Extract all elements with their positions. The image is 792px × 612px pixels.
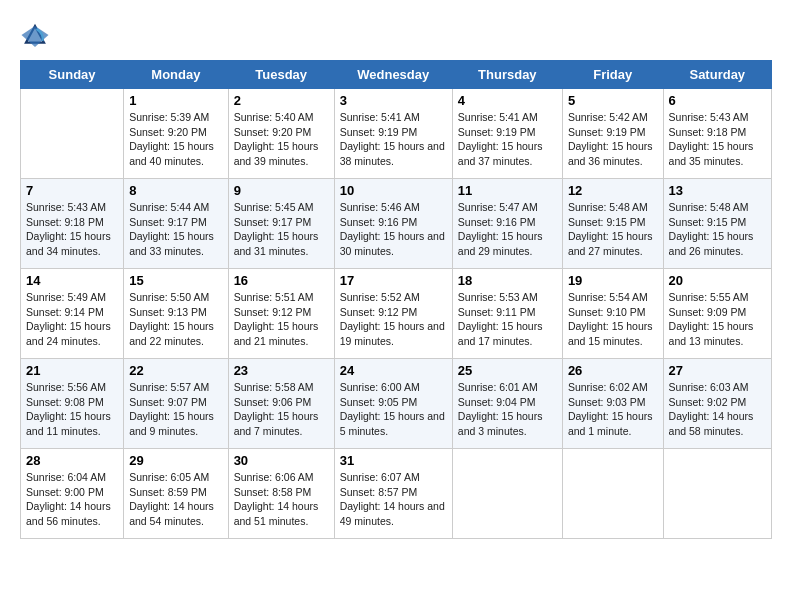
cell-info: Sunrise: 5:50 AMSunset: 9:13 PMDaylight:… bbox=[129, 291, 214, 347]
cell-info: Sunrise: 6:04 AMSunset: 9:00 PMDaylight:… bbox=[26, 471, 111, 527]
day-header-saturday: Saturday bbox=[663, 61, 771, 89]
calendar-cell: 23Sunrise: 5:58 AMSunset: 9:06 PMDayligh… bbox=[228, 359, 334, 449]
calendar-cell: 20Sunrise: 5:55 AMSunset: 9:09 PMDayligh… bbox=[663, 269, 771, 359]
cell-info: Sunrise: 5:44 AMSunset: 9:17 PMDaylight:… bbox=[129, 201, 214, 257]
calendar-cell: 2Sunrise: 5:40 AMSunset: 9:20 PMDaylight… bbox=[228, 89, 334, 179]
cell-info: Sunrise: 5:56 AMSunset: 9:08 PMDaylight:… bbox=[26, 381, 111, 437]
cell-info: Sunrise: 5:42 AMSunset: 9:19 PMDaylight:… bbox=[568, 111, 653, 167]
day-header-wednesday: Wednesday bbox=[334, 61, 452, 89]
day-header-sunday: Sunday bbox=[21, 61, 124, 89]
calendar-cell: 18Sunrise: 5:53 AMSunset: 9:11 PMDayligh… bbox=[452, 269, 562, 359]
calendar-cell: 15Sunrise: 5:50 AMSunset: 9:13 PMDayligh… bbox=[124, 269, 228, 359]
date-number: 26 bbox=[568, 363, 658, 378]
date-number: 2 bbox=[234, 93, 329, 108]
cell-info: Sunrise: 5:39 AMSunset: 9:20 PMDaylight:… bbox=[129, 111, 214, 167]
calendar-cell: 13Sunrise: 5:48 AMSunset: 9:15 PMDayligh… bbox=[663, 179, 771, 269]
date-number: 11 bbox=[458, 183, 557, 198]
date-number: 6 bbox=[669, 93, 766, 108]
date-number: 5 bbox=[568, 93, 658, 108]
week-row-2: 7Sunrise: 5:43 AMSunset: 9:18 PMDaylight… bbox=[21, 179, 772, 269]
svg-marker-2 bbox=[22, 26, 49, 47]
calendar-cell: 4Sunrise: 5:41 AMSunset: 9:19 PMDaylight… bbox=[452, 89, 562, 179]
cell-info: Sunrise: 6:00 AMSunset: 9:05 PMDaylight:… bbox=[340, 381, 445, 437]
day-header-monday: Monday bbox=[124, 61, 228, 89]
cell-info: Sunrise: 5:54 AMSunset: 9:10 PMDaylight:… bbox=[568, 291, 653, 347]
week-row-3: 14Sunrise: 5:49 AMSunset: 9:14 PMDayligh… bbox=[21, 269, 772, 359]
cell-info: Sunrise: 5:48 AMSunset: 9:15 PMDaylight:… bbox=[568, 201, 653, 257]
calendar-cell: 14Sunrise: 5:49 AMSunset: 9:14 PMDayligh… bbox=[21, 269, 124, 359]
calendar-cell: 31Sunrise: 6:07 AMSunset: 8:57 PMDayligh… bbox=[334, 449, 452, 539]
date-number: 16 bbox=[234, 273, 329, 288]
cell-info: Sunrise: 5:58 AMSunset: 9:06 PMDaylight:… bbox=[234, 381, 319, 437]
calendar-cell: 29Sunrise: 6:05 AMSunset: 8:59 PMDayligh… bbox=[124, 449, 228, 539]
date-number: 12 bbox=[568, 183, 658, 198]
cell-info: Sunrise: 5:52 AMSunset: 9:12 PMDaylight:… bbox=[340, 291, 445, 347]
cell-info: Sunrise: 5:51 AMSunset: 9:12 PMDaylight:… bbox=[234, 291, 319, 347]
calendar-cell bbox=[663, 449, 771, 539]
cell-info: Sunrise: 5:47 AMSunset: 9:16 PMDaylight:… bbox=[458, 201, 543, 257]
logo-icon bbox=[20, 20, 50, 50]
date-number: 4 bbox=[458, 93, 557, 108]
cell-info: Sunrise: 5:43 AMSunset: 9:18 PMDaylight:… bbox=[26, 201, 111, 257]
cell-info: Sunrise: 5:55 AMSunset: 9:09 PMDaylight:… bbox=[669, 291, 754, 347]
date-number: 30 bbox=[234, 453, 329, 468]
date-number: 19 bbox=[568, 273, 658, 288]
cell-info: Sunrise: 6:03 AMSunset: 9:02 PMDaylight:… bbox=[669, 381, 754, 437]
calendar-cell: 12Sunrise: 5:48 AMSunset: 9:15 PMDayligh… bbox=[562, 179, 663, 269]
calendar-cell: 21Sunrise: 5:56 AMSunset: 9:08 PMDayligh… bbox=[21, 359, 124, 449]
calendar-cell: 30Sunrise: 6:06 AMSunset: 8:58 PMDayligh… bbox=[228, 449, 334, 539]
cell-info: Sunrise: 5:45 AMSunset: 9:17 PMDaylight:… bbox=[234, 201, 319, 257]
calendar-cell bbox=[21, 89, 124, 179]
calendar-cell: 10Sunrise: 5:46 AMSunset: 9:16 PMDayligh… bbox=[334, 179, 452, 269]
logo bbox=[20, 20, 54, 50]
cell-info: Sunrise: 5:41 AMSunset: 9:19 PMDaylight:… bbox=[340, 111, 445, 167]
calendar-cell: 1Sunrise: 5:39 AMSunset: 9:20 PMDaylight… bbox=[124, 89, 228, 179]
week-row-5: 28Sunrise: 6:04 AMSunset: 9:00 PMDayligh… bbox=[21, 449, 772, 539]
date-number: 14 bbox=[26, 273, 118, 288]
cell-info: Sunrise: 5:43 AMSunset: 9:18 PMDaylight:… bbox=[669, 111, 754, 167]
calendar-cell: 9Sunrise: 5:45 AMSunset: 9:17 PMDaylight… bbox=[228, 179, 334, 269]
date-number: 13 bbox=[669, 183, 766, 198]
calendar-cell: 17Sunrise: 5:52 AMSunset: 9:12 PMDayligh… bbox=[334, 269, 452, 359]
cell-info: Sunrise: 6:01 AMSunset: 9:04 PMDaylight:… bbox=[458, 381, 543, 437]
calendar-cell: 24Sunrise: 6:00 AMSunset: 9:05 PMDayligh… bbox=[334, 359, 452, 449]
cell-info: Sunrise: 5:53 AMSunset: 9:11 PMDaylight:… bbox=[458, 291, 543, 347]
week-row-1: 1Sunrise: 5:39 AMSunset: 9:20 PMDaylight… bbox=[21, 89, 772, 179]
calendar-cell: 26Sunrise: 6:02 AMSunset: 9:03 PMDayligh… bbox=[562, 359, 663, 449]
date-number: 31 bbox=[340, 453, 447, 468]
calendar-cell: 8Sunrise: 5:44 AMSunset: 9:17 PMDaylight… bbox=[124, 179, 228, 269]
header-row: SundayMondayTuesdayWednesdayThursdayFrid… bbox=[21, 61, 772, 89]
calendar-cell: 28Sunrise: 6:04 AMSunset: 9:00 PMDayligh… bbox=[21, 449, 124, 539]
date-number: 21 bbox=[26, 363, 118, 378]
cell-info: Sunrise: 5:40 AMSunset: 9:20 PMDaylight:… bbox=[234, 111, 319, 167]
cell-info: Sunrise: 5:57 AMSunset: 9:07 PMDaylight:… bbox=[129, 381, 214, 437]
calendar-cell: 22Sunrise: 5:57 AMSunset: 9:07 PMDayligh… bbox=[124, 359, 228, 449]
calendar-cell: 25Sunrise: 6:01 AMSunset: 9:04 PMDayligh… bbox=[452, 359, 562, 449]
cell-info: Sunrise: 5:49 AMSunset: 9:14 PMDaylight:… bbox=[26, 291, 111, 347]
calendar-cell: 16Sunrise: 5:51 AMSunset: 9:12 PMDayligh… bbox=[228, 269, 334, 359]
date-number: 8 bbox=[129, 183, 222, 198]
week-row-4: 21Sunrise: 5:56 AMSunset: 9:08 PMDayligh… bbox=[21, 359, 772, 449]
cell-info: Sunrise: 6:02 AMSunset: 9:03 PMDaylight:… bbox=[568, 381, 653, 437]
date-number: 17 bbox=[340, 273, 447, 288]
cell-info: Sunrise: 5:48 AMSunset: 9:15 PMDaylight:… bbox=[669, 201, 754, 257]
date-number: 23 bbox=[234, 363, 329, 378]
day-header-tuesday: Tuesday bbox=[228, 61, 334, 89]
date-number: 25 bbox=[458, 363, 557, 378]
calendar-cell: 5Sunrise: 5:42 AMSunset: 9:19 PMDaylight… bbox=[562, 89, 663, 179]
calendar-cell: 6Sunrise: 5:43 AMSunset: 9:18 PMDaylight… bbox=[663, 89, 771, 179]
date-number: 18 bbox=[458, 273, 557, 288]
date-number: 3 bbox=[340, 93, 447, 108]
date-number: 10 bbox=[340, 183, 447, 198]
cell-info: Sunrise: 6:07 AMSunset: 8:57 PMDaylight:… bbox=[340, 471, 445, 527]
date-number: 28 bbox=[26, 453, 118, 468]
calendar-cell bbox=[452, 449, 562, 539]
date-number: 1 bbox=[129, 93, 222, 108]
cell-info: Sunrise: 6:06 AMSunset: 8:58 PMDaylight:… bbox=[234, 471, 319, 527]
day-header-friday: Friday bbox=[562, 61, 663, 89]
calendar-cell: 3Sunrise: 5:41 AMSunset: 9:19 PMDaylight… bbox=[334, 89, 452, 179]
date-number: 24 bbox=[340, 363, 447, 378]
cell-info: Sunrise: 5:41 AMSunset: 9:19 PMDaylight:… bbox=[458, 111, 543, 167]
calendar-cell: 11Sunrise: 5:47 AMSunset: 9:16 PMDayligh… bbox=[452, 179, 562, 269]
date-number: 7 bbox=[26, 183, 118, 198]
